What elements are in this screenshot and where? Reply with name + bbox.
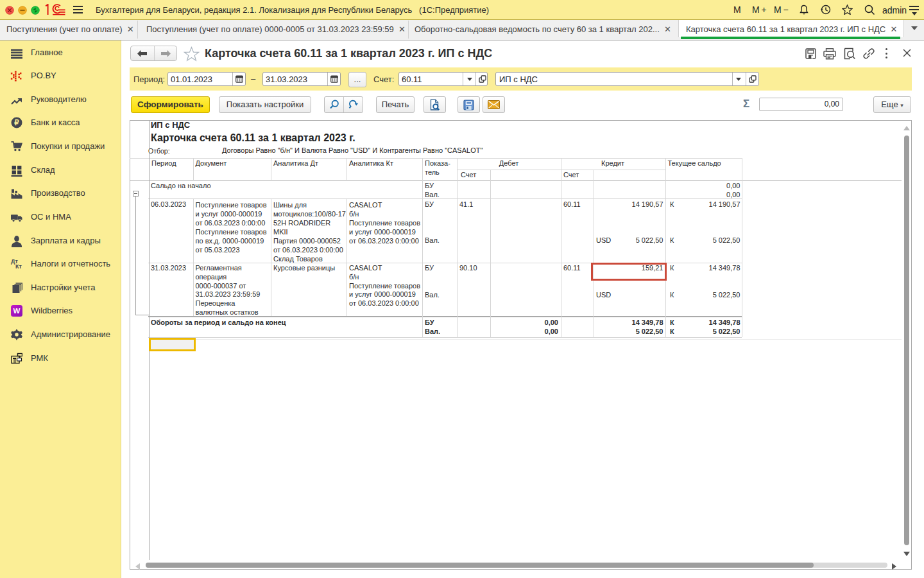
svg-text:W: W xyxy=(13,307,21,315)
svg-text:₽: ₽ xyxy=(14,119,19,127)
